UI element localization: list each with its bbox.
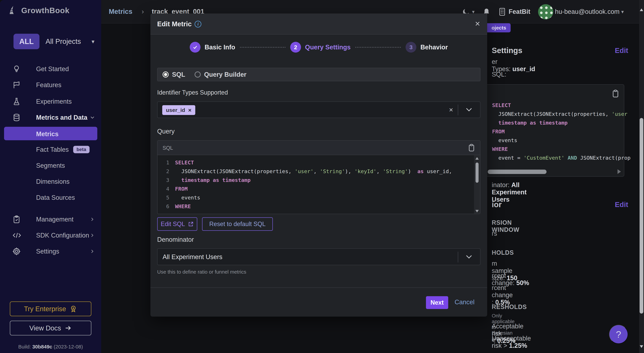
sidebar-item-management[interactable]: Management <box>0 211 101 228</box>
building-icon <box>498 8 506 16</box>
featbit-button[interactable]: FeatBit <box>498 8 530 16</box>
sidebar-item-settings[interactable]: Settings <box>0 243 101 260</box>
behavior-edit-link[interactable]: Edit <box>615 200 628 209</box>
chevron-down-icon <box>466 255 472 259</box>
identifier-types-line: er Types: user_id <box>492 58 535 73</box>
settings-edit-link[interactable]: Edit <box>615 46 628 54</box>
sql-editor-header: SQL <box>158 140 480 155</box>
breadcrumb-metrics[interactable]: Metrics <box>109 8 132 15</box>
edit-sql-button[interactable]: Edit SQL <box>157 217 197 231</box>
question-mark-icon: ? <box>616 329 621 340</box>
page-scrollbar-thumb[interactable] <box>640 118 643 314</box>
sidebar: GrowthBook ALL All Projects ▾ Get Starte… <box>0 0 101 353</box>
chevron-right-icon <box>89 232 95 238</box>
scroll-down-arrow-icon[interactable] <box>640 345 643 348</box>
sidebar-item-metrics[interactable]: Metrics <box>4 127 97 140</box>
fact-tables-label: Fact Tables <box>36 146 69 153</box>
unacceptable-risk-line: Unacceptable risk > 1.25% <box>492 335 531 349</box>
project-name: All Projects <box>46 38 81 46</box>
lightbulb-icon <box>12 64 22 73</box>
help-button[interactable]: ? <box>609 325 628 344</box>
sidebar-item-experiments[interactable]: Experiments <box>0 94 101 110</box>
user-menu[interactable]: hu-beau@outlook.com ▾ <box>538 4 624 20</box>
step-basic-info[interactable]: Basic Info <box>190 42 235 52</box>
conversion-window-value: rs <box>492 230 497 237</box>
try-enterprise-button[interactable]: Try Enterprise <box>10 302 92 316</box>
sql-preview-code: SELECT JSONExtract(JSONExtract(propertie… <box>492 101 630 162</box>
next-button[interactable]: Next <box>426 296 448 309</box>
sidebar-item-features[interactable]: Features <box>0 77 101 93</box>
sidebar-item-fact-tables[interactable]: Fact Tablesbeta <box>0 142 101 157</box>
chevron-right-icon <box>89 216 95 222</box>
arrow-right-icon <box>64 324 72 332</box>
step-behavior[interactable]: 3 Behavior <box>406 42 448 52</box>
sidebar-item-get-started[interactable]: Get Started <box>0 61 101 77</box>
horizontal-scrollbar-thumb[interactable] <box>488 170 546 174</box>
risk-thresholds-heading: RESHOLDS <box>492 304 527 310</box>
thresholds-heading: HOLDS <box>492 249 514 256</box>
denominator-value: All Experiment Users <box>162 253 222 260</box>
divider <box>458 104 458 115</box>
identifier-types-label: Identifier Types Supported <box>157 89 228 96</box>
horizontal-scrollbar[interactable] <box>488 170 616 174</box>
cancel-button[interactable]: Cancel <box>455 298 474 306</box>
sql-code-area[interactable]: 1SELECT2 JSONExtract(JSONExtract(propert… <box>158 155 480 214</box>
modal-header: Edit Metric i × <box>150 14 487 34</box>
radio-query-builder[interactable]: Query Builder <box>194 71 246 78</box>
modal-footer: Next Cancel <box>150 288 487 316</box>
copy-icon[interactable] <box>468 144 475 152</box>
sidebar-item-dimensions[interactable]: Dimensions <box>0 174 101 189</box>
scroll-right-arrow-icon[interactable] <box>618 169 621 174</box>
beta-badge: beta <box>73 146 90 153</box>
avatar <box>538 4 553 20</box>
close-icon[interactable]: × <box>475 19 480 28</box>
page-scrollbar[interactable] <box>639 0 644 353</box>
chevron-down-icon: ▾ <box>92 38 94 45</box>
app-root: GrowthBook ALL All Projects ▾ Get Starte… <box>0 0 644 353</box>
flask-icon <box>12 97 22 106</box>
view-docs-button[interactable]: View Docs <box>10 321 92 336</box>
chip-remove-icon[interactable]: × <box>188 107 192 114</box>
step-query-settings[interactable]: 2 Query Settings <box>290 42 350 52</box>
view-docs-label: View Docs <box>29 324 61 332</box>
divider <box>458 252 458 262</box>
chevron-down-icon: ▾ <box>621 9 624 15</box>
code-scrollbar-thumb[interactable] <box>476 162 478 183</box>
flag-icon <box>12 80 22 89</box>
copy-icon[interactable] <box>612 89 619 98</box>
identifier-types-multiselect[interactable]: user_id × × <box>157 102 480 118</box>
medal-icon <box>70 305 77 313</box>
settings-sql-preview: SELECT JSONExtract(JSONExtract(propertie… <box>486 84 624 177</box>
build-info: Build: 30b849c (2023-12-08) <box>0 344 101 350</box>
scroll-up-arrow-icon[interactable] <box>475 157 479 160</box>
gear-icon <box>12 247 22 256</box>
clipboard-icon <box>12 215 22 224</box>
scroll-down-arrow-icon[interactable] <box>475 210 479 212</box>
project-selector[interactable]: ALL All Projects ▾ <box>14 34 94 49</box>
scroll-up-arrow-icon[interactable] <box>640 8 643 11</box>
sidebar-item-segments[interactable]: Segments <box>0 158 101 173</box>
featbit-label: FeatBit <box>508 8 530 15</box>
user-email: hu-beau@outlook.com <box>555 8 620 15</box>
sidebar-item-metrics-and-data[interactable]: Metrics and Data <box>0 110 101 126</box>
growthbook-sail-icon <box>7 5 18 16</box>
database-icon <box>12 113 22 122</box>
project-badge: ALL <box>14 34 40 49</box>
sidebar-item-sdk-configuration[interactable]: SDK Configuration <box>0 227 101 244</box>
edit-metric-modal: Edit Metric i × Basic Info 2 Query Setti… <box>150 14 487 316</box>
radio-unselected-icon <box>194 72 201 78</box>
clear-all-icon[interactable]: × <box>449 106 453 114</box>
stepper-connector <box>240 47 286 48</box>
stepper-connector <box>355 47 401 48</box>
radio-selected-icon <box>162 72 169 78</box>
denominator-select[interactable]: All Experiment Users <box>157 248 480 265</box>
sidebar-item-data-sources[interactable]: Data Sources <box>0 190 101 205</box>
logo[interactable]: GrowthBook <box>7 5 70 16</box>
code-scrollbar[interactable] <box>474 155 480 214</box>
min-percent-change-line: rcent change : 0.5% <box>492 284 513 306</box>
chevron-down-icon[interactable] <box>466 108 472 112</box>
reset-sql-button[interactable]: Reset to default SQL <box>202 217 273 231</box>
project-tag-badge: ojects <box>487 23 510 32</box>
info-icon[interactable]: i <box>194 21 201 28</box>
radio-sql[interactable]: SQL <box>162 71 185 78</box>
